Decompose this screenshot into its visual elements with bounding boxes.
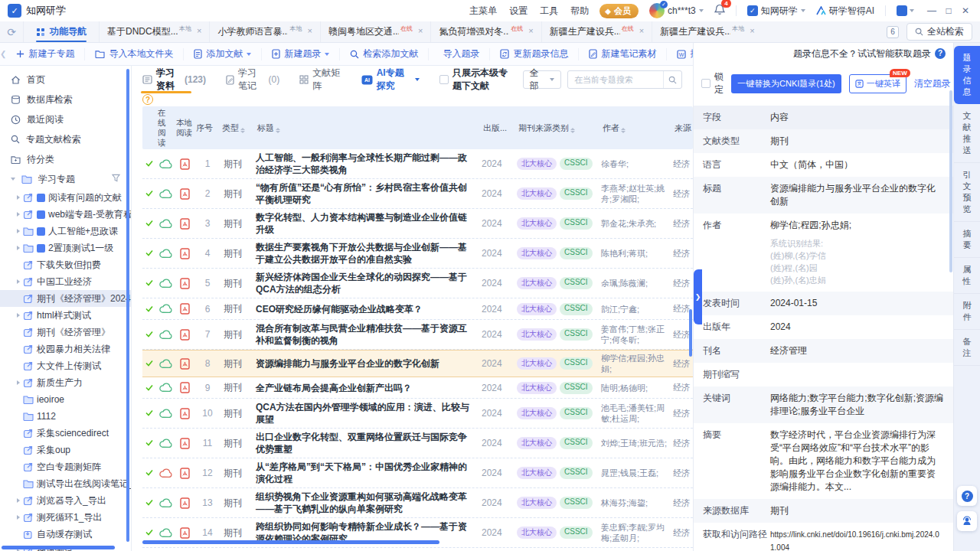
header-title[interactable]: 标题 — [256, 122, 482, 135]
row-title[interactable]: “物有所值”还是“心有所怡”：乡村民宿主客价值共创平衡机理研究 — [256, 181, 482, 206]
filter-icon[interactable] — [112, 174, 120, 184]
online-read-cloud-icon[interactable] — [159, 249, 172, 259]
topic-item-5[interactable]: 中国工业经济 — [0, 273, 131, 290]
table-row[interactable]: 3期刊数字化转型、人力资本结构调整与制造业企业价值链升级2024北大核心CSSC… — [142, 209, 693, 239]
site-search-button[interactable]: 全站检索 — [906, 23, 972, 41]
panel-collapse-handle[interactable]: ❯ — [694, 269, 702, 324]
right-tab-3[interactable]: 摘要 — [954, 222, 980, 258]
online-read-cloud-icon[interactable] — [159, 359, 172, 369]
scope-select[interactable]: 全部 — [523, 70, 561, 89]
sidebar-item-3[interactable]: 专题文献检索 — [0, 129, 131, 149]
table-horizontal-scrollbar[interactable] — [142, 540, 439, 544]
row-title[interactable]: 从“差序格局”到“天下格局”：中国优秀企业家精神的演化过程 — [256, 461, 482, 485]
menu-item-0[interactable]: 主菜单 — [469, 5, 497, 18]
local-pdf-icon[interactable] — [180, 497, 190, 509]
topic-item-10[interactable]: 大文件上传测试 — [0, 357, 131, 374]
row-title[interactable]: 组织势视角下企业资源重构如何驱动高端化战略变革——基于飞鹤乳业的纵向单案例研究 — [256, 491, 482, 515]
online-read-cloud-icon[interactable] — [159, 279, 172, 289]
topic-item-11[interactable]: 新质生产力 — [0, 374, 131, 391]
local-pdf-icon[interactable] — [180, 358, 190, 370]
main-tab-0[interactable]: 学习资料(123) — [142, 66, 206, 93]
row-title[interactable]: 出口企业数字化转型、双重网络位置跃迁与国际竞争优势重塑 — [256, 431, 482, 455]
main-tab-2[interactable]: 文献矩阵 — [299, 66, 341, 93]
table-row[interactable]: 15期刊数字化转型如何推动企业人力资本结构升级2024北大核心CSSCI朱喜安;… — [142, 548, 693, 551]
topic-item-7[interactable]: html样式测试 — [0, 307, 131, 324]
online-read-cloud-icon[interactable] — [159, 159, 172, 169]
topic-item-4[interactable]: 下载失败但扣费 — [0, 256, 131, 273]
toolbar-scroll-left[interactable]: ❮ — [0, 50, 6, 58]
row-title[interactable]: CEO研究经历缘何能驱动企业战略变革？ — [256, 303, 482, 315]
online-read-cloud-icon[interactable] — [159, 383, 172, 393]
record-field-value[interactable]: 数字经济时代，平台企业资源编排行为深受“平台网络效应”和“平台技术水平”的影响。… — [770, 429, 944, 494]
sidebar-item-2[interactable]: 最近阅读 — [0, 109, 131, 129]
table-row[interactable]: 11期刊出口企业数字化转型、双重网络位置跃迁与国际竞争优势重塑2024北大核心C… — [142, 429, 693, 458]
right-tab-4[interactable]: 属性 — [954, 258, 980, 294]
sidebar-vertical-scrollbar[interactable] — [126, 69, 129, 542]
close-icon[interactable]: × — [528, 25, 533, 36]
topic-item-17[interactable]: 测试导出在线阅读笔记_导出 — [0, 475, 131, 492]
right-tab-1[interactable]: 文献推送 — [954, 104, 980, 163]
local-pdf-icon[interactable] — [180, 218, 190, 230]
topic-item-13[interactable]: 1112 — [0, 408, 131, 425]
topic-item-15[interactable]: 采集oup — [0, 442, 131, 458]
row-title[interactable]: 资源编排能力与服务业平台企业的数字化创新 — [256, 357, 482, 370]
topic-item-19[interactable]: 测死循环1_导出 — [0, 509, 131, 526]
row-title[interactable]: 人工智能、一般利润率与全球性长期产能过剩——政治经济学三大部类视角 — [256, 152, 482, 176]
scope-checkbox[interactable]: 只展示本级专题下文献 — [439, 67, 517, 93]
toolbar-item-7[interactable]: 新建笔记素材 — [579, 48, 667, 60]
cnki-researcher-link[interactable]: ✓知网研学 — [747, 5, 805, 18]
topic-item-12[interactable]: ieoiroe — [0, 391, 131, 408]
local-pdf-icon[interactable] — [180, 278, 190, 289]
ai-assistant-link[interactable]: 研学智得AI — [816, 5, 874, 18]
topic-item-14[interactable]: 采集sciencedirect — [0, 425, 131, 442]
user-account[interactable]: ✓ ch***t3 — [649, 3, 704, 18]
online-read-cloud-icon[interactable] — [159, 219, 172, 229]
topic-item-20[interactable]: 自动缓存测试 — [0, 526, 131, 543]
maximize-button[interactable]: □ — [942, 5, 956, 16]
record-field-value[interactable]: 期刊 — [770, 504, 944, 517]
vip-badge[interactable]: ◆会员 — [599, 4, 639, 18]
local-pdf-icon[interactable] — [180, 303, 190, 315]
lock-checkbox[interactable]: 锁定 — [701, 70, 724, 96]
window-count-badge[interactable]: 6 — [887, 26, 899, 38]
table-row[interactable]: 8期刊资源编排能力与服务业平台企业的数字化创新2024北大核心CSSCI柳学信;… — [142, 350, 693, 377]
online-read-cloud-icon[interactable] — [159, 468, 172, 478]
table-row[interactable]: 1期刊人工智能、一般利润率与全球性长期产能过剩——政治经济学三大部类视角2024… — [142, 149, 693, 179]
table-row[interactable]: 4期刊数据生产要素视角下开放公共数据与企业创新——基于建立公共数据开放平台的准自… — [142, 239, 693, 269]
table-row[interactable]: 10期刊QCA方法在国内外管理学领域的应用：演进、比较与展望2024北大核心CS… — [142, 399, 693, 429]
table-row[interactable]: 9期刊全产业链布局会提高企业创新产出吗？2024北大核心CSSCI陆明;杨德明;… — [142, 377, 693, 399]
topic-item-8[interactable]: 期刊《经济管理》 — [0, 324, 131, 341]
row-title[interactable]: 数据生产要素视角下开放公共数据与企业创新——基于建立公共数据开放平台的准自然实验 — [256, 241, 482, 266]
topic-item-2[interactable]: 人工智能+思政课 — [0, 223, 131, 240]
toolbar-item-6[interactable]: 更新题录信息 — [490, 48, 579, 60]
table-row[interactable]: 2期刊“物有所值”还是“心有所怡”：乡村民宿主客价值共创平衡机理研究2024北大… — [142, 179, 693, 209]
document-tab[interactable]: 新疆生产建设兵...本地× — [652, 21, 762, 42]
close-icon[interactable]: × — [197, 25, 201, 36]
search-submit-button[interactable] — [663, 71, 681, 88]
online-read-cloud-icon[interactable] — [159, 528, 172, 538]
right-tab-0[interactable]: 题录信息 — [954, 46, 980, 104]
toolbar-item-4[interactable]: 检索添加文献 — [340, 48, 429, 60]
table-row[interactable]: 13期刊组织势视角下企业资源重构如何驱动高端化战略变革——基于飞鹤乳业的纵向单案… — [142, 488, 693, 518]
header-source-class[interactable]: 期刊来源类别 — [517, 122, 601, 135]
row-title[interactable]: 新兴经济体跨国企业天生全球化的动因探究——基于QCA方法的组态分析 — [256, 271, 482, 295]
replace-cnki-button[interactable]: 一键替换为CNKI题录(1处) — [731, 74, 841, 93]
topic-item-3[interactable]: 2置顶测试1一级 — [0, 240, 131, 256]
record-field-value[interactable]: https://link.cnki.net/doi/10.19616/j.cnk… — [770, 528, 944, 551]
topic-item-16[interactable]: 空白专题测矩阵 — [0, 458, 131, 475]
sidebar-item-4[interactable]: 待分类 — [0, 149, 131, 169]
document-tab[interactable]: 基于DNDC模型...本地× — [99, 21, 209, 42]
close-icon[interactable]: × — [750, 25, 754, 36]
record-field-value[interactable]: 期刊 — [770, 135, 944, 148]
local-pdf-icon[interactable] — [180, 382, 190, 393]
panel-vertical-scrollbar[interactable] — [949, 90, 952, 272]
local-pdf-icon[interactable] — [180, 248, 190, 259]
record-field-value[interactable]: 经济管理 — [770, 344, 944, 357]
support-float-button[interactable] — [957, 511, 977, 531]
row-title[interactable]: 混合所有制改革与民营企业精准扶贫——基于资源互补和监督制衡的视角 — [256, 322, 482, 347]
table-row[interactable]: 5期刊新兴经济体跨国企业天生全球化的动因探究——基于QCA方法的组态分析2024… — [142, 269, 693, 298]
local-pdf-icon[interactable] — [180, 158, 190, 170]
record-field-value[interactable]: 内容 — [770, 111, 944, 124]
close-button[interactable]: ✕ — [959, 5, 972, 16]
help-icon[interactable]: ? — [142, 94, 153, 105]
